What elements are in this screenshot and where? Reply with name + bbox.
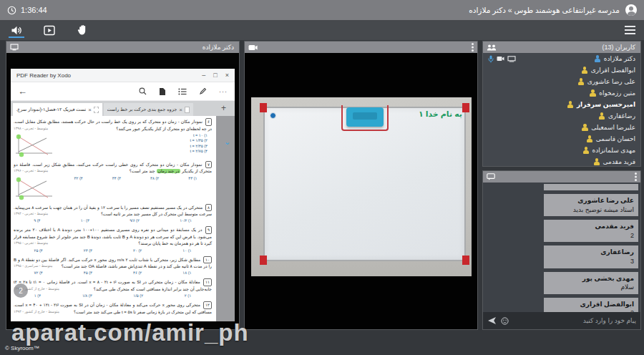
board-mount — [260, 103, 267, 112]
user-list-item[interactable]: فرید مقدمی — [483, 156, 640, 166]
user-list-item[interactable]: متین رزمخواه — [483, 87, 640, 99]
chat-bubble-icon — [487, 173, 495, 180]
presenter-name: دکتر ملازاده — [203, 44, 234, 51]
user-list[interactable]: دکتر ملازاده — [483, 53, 640, 166]
maximize-button[interactable]: □ — [213, 72, 217, 79]
whiteboard-image: به نام خدا ۱ — [251, 97, 472, 276]
person-icon — [589, 89, 596, 97]
user-list-item[interactable]: احسان قاسمی — [483, 133, 640, 145]
whiteboard-magnet — [270, 112, 276, 119]
user-list-item[interactable]: دکتر ملازاده — [483, 53, 640, 64]
user-list-item[interactable]: علیرضا اسمعیلی — [483, 122, 640, 133]
answer-options: ۱) ۱۸۲) ۴۶۳) ۴۵۴) ۷۲ — [14, 271, 212, 275]
outline-icon[interactable] — [178, 88, 187, 95]
whiteboard-handwriting: به نام خدا ۱ — [419, 110, 462, 119]
answer-option: ۲) ۳۸ — [150, 176, 159, 180]
screen-share-content: PDF Reader by Xodo – □ × ← — [6, 53, 239, 329]
answer-options: ۱) t = ۱۰۲) t = ۱/۳۵۳) t = ۲/۳۵۴) t = ۲/… — [59, 133, 212, 154]
question-highlight: در چند زمان — [157, 169, 181, 173]
question-number: ۹ — [205, 226, 212, 234]
user-list-item[interactable]: امیرحسین سرفراز — [483, 99, 640, 110]
back-arrow-icon[interactable]: ← — [18, 86, 27, 97]
message-text: 2 — [548, 231, 634, 240]
emoji-icon[interactable] — [501, 317, 509, 325]
menu-icon[interactable] — [625, 26, 635, 34]
user-list-item[interactable]: ابوالفضل اقراری — [483, 64, 640, 76]
message-text: سلام — [548, 283, 634, 292]
page-icon[interactable] — [159, 87, 166, 96]
current-page: 2 — [14, 283, 28, 298]
person-icon — [582, 147, 590, 154]
topbar: 1:36:44 مدرسه غیرانتفاعی هوشمند طوس » دک… — [0, 0, 644, 20]
session-timer: 1:36:44 — [21, 6, 47, 14]
answer-option: ۲) ۲۰ — [133, 248, 142, 253]
answer-option: ۱) ۲ — [185, 293, 191, 298]
pdf-titlebar: PDF Reader by Xodo – □ × — [11, 69, 235, 82]
chat-message: مهدی بخشی پور سلام — [544, 272, 638, 294]
answer-option: ۱) ۱۰/۲ — [180, 218, 192, 223]
pdf-tab[interactable]: × جزوه جمع بندی حرکت بر خط راست * — [104, 103, 193, 116]
question-source-tag: متوسط - خارج از کشور - ۱۳۹۳ — [14, 309, 59, 315]
user-avatar-icon[interactable] — [625, 4, 637, 16]
close-button[interactable]: × — [225, 72, 229, 79]
answer-option: ۳) ۳۴ — [112, 176, 121, 180]
answer-option: ۴) ۹ — [34, 218, 40, 223]
question-block: ۷ نمودار مکان - زمان دو متحرک که روی خطی… — [14, 161, 212, 200]
answer-option: ۳) ۱۰ — [81, 218, 89, 223]
document-icon — [94, 107, 99, 113]
answer-option: ۲) ۹/۶ — [130, 218, 140, 223]
question-source-tag: متوسط - تجربی - ۱۳۹۵ — [14, 240, 48, 246]
person-icon — [598, 112, 605, 120]
answer-option: ۳) ۲۳ — [84, 248, 92, 253]
chat-message-list[interactable]: علی رضا عاشوری استاد میشه توضیح بدید فری… — [483, 183, 640, 312]
question-block: ۱۰ مطابق شکل زیر، متحرکی با شتاب ثابت ۲ … — [14, 256, 212, 276]
send-icon[interactable] — [487, 316, 497, 325]
user-name: ابوالفضل اقراری — [591, 67, 635, 74]
session-title: مدرسه غیرانتفاعی هوشمند طوس » دکتر ملازا… — [469, 6, 620, 14]
main-toolbar — [0, 20, 644, 40]
webcam-icon — [497, 56, 504, 62]
question-number: ۶ — [205, 118, 212, 126]
person-icon — [581, 124, 588, 131]
raise-hand-button[interactable] — [74, 21, 90, 39]
chat-message-input[interactable] — [513, 317, 636, 324]
question-source-tag: متوسط - سراسری - ۱۳۹۵ — [14, 263, 53, 269]
chat-menu-icon[interactable] — [635, 172, 637, 175]
user-name: دکتر ملازاده — [604, 55, 635, 62]
user-list-item[interactable]: مهدی سلمانزاده — [483, 145, 640, 156]
users-panel: کاربران (13) — [482, 41, 641, 167]
user-name: رضاغفاری — [608, 112, 635, 120]
media-player-button[interactable] — [42, 21, 57, 39]
video-panel-header — [245, 42, 477, 53]
more-icon[interactable]: ··· — [219, 88, 228, 95]
person-icon — [567, 101, 574, 108]
answer-options: ۱) ۴۳۲) ۳۸۳) ۳۴۴) ۳۲ — [59, 176, 212, 180]
video-menu-icon[interactable] — [472, 43, 474, 45]
question-block: ۱۱ معادلهٔ مکان - زمان متحرکی در SI به ص… — [14, 278, 212, 298]
question-number: ۸ — [205, 204, 212, 212]
webcam-panel: به نام خدا ۱ — [244, 41, 478, 330]
new-tab-button[interactable]: + — [217, 103, 230, 113]
answer-option: ۱) ۱۸ — [182, 271, 191, 275]
message-sender: علی رضا عاشوری — [548, 196, 634, 205]
pdf-tab[interactable]: × تست فیزیک ۱۲-فصل۱-(نمودار سرع..* — [13, 103, 102, 116]
tab-close-icon[interactable]: × — [88, 107, 92, 113]
chat-message: رضاغفاری 3 — [544, 245, 638, 268]
user-list-item[interactable]: رضاغفاری — [483, 110, 640, 122]
user-list-item[interactable]: علی رضا عاشوری — [483, 76, 640, 87]
raise-hand-icon — [77, 24, 88, 36]
audio-tab-button[interactable] — [9, 21, 24, 39]
media-player-icon — [44, 25, 55, 36]
message-sender: مهدی بخشی پور — [548, 274, 634, 283]
answer-option: ۳) ۱/۸ — [82, 293, 92, 298]
pdf-content-area[interactable]: ۶ نمودار مکان - زمان دو متحرک که بر روی … — [11, 116, 235, 321]
screen-share-panel: دکتر ملازاده PDF Reader by Xodo – □ × ← — [6, 41, 240, 330]
answer-options: ۱) ۱۰/۲۲) ۹/۶۳) ۱۰۴) ۹ — [14, 218, 212, 223]
search-icon[interactable] — [139, 87, 147, 95]
pen-icon[interactable] — [199, 87, 207, 95]
chat-message: علی رضا عاشوری استاد میشه توضیح بدید — [544, 194, 638, 216]
minimize-button[interactable]: – — [202, 72, 205, 79]
question-graph — [14, 176, 55, 200]
person-icon — [577, 78, 585, 85]
tab-close-icon[interactable]: × — [179, 107, 182, 113]
